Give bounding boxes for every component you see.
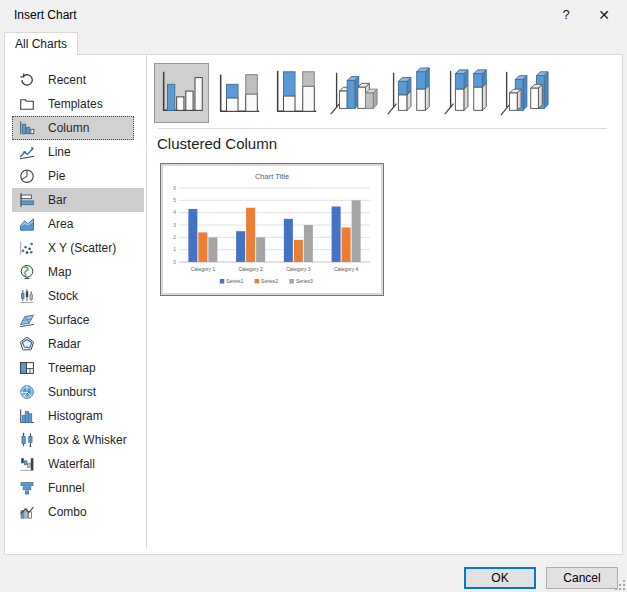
sidebar-item-pie[interactable]: Pie	[12, 164, 134, 188]
sidebar-item-line[interactable]: Line	[12, 140, 134, 164]
svg-text:Series1: Series1	[226, 278, 243, 284]
subtype-thumb-3d-stacked-column-icon[interactable]	[382, 63, 437, 123]
sidebar-item-box-whisker[interactable]: Box & Whisker	[12, 428, 134, 452]
sidebar-item-label: Radar	[48, 337, 81, 351]
subtype-thumb-100-stacked-column-icon[interactable]	[268, 63, 323, 123]
sidebar-item-column[interactable]: Column	[12, 116, 134, 140]
cancel-button[interactable]: Cancel	[546, 567, 618, 589]
sidebar-item-label: Histogram	[48, 409, 103, 423]
svg-text:Series2: Series2	[261, 278, 278, 284]
3d-column-icon	[497, 64, 550, 122]
sidebar-item-map[interactable]: Map	[12, 260, 134, 284]
combo-icon	[19, 504, 35, 520]
svg-text:Category 3: Category 3	[286, 266, 311, 272]
sidebar-item-label: Waterfall	[48, 457, 95, 471]
subtype-thumb-clustered-column-icon[interactable]	[154, 63, 209, 123]
sidebar-item-treemap[interactable]: Treemap	[12, 356, 134, 380]
3d-stacked-column-icon	[383, 64, 436, 122]
sidebar-item-label: Sunburst	[48, 385, 96, 399]
stacked-column-icon	[212, 64, 265, 122]
area-icon	[19, 216, 35, 232]
sidebar-item-label: Surface	[48, 313, 89, 327]
sidebar-item-recent[interactable]: Recent	[12, 68, 134, 92]
svg-text:Series3: Series3	[296, 278, 313, 284]
sidebar-item-label: Map	[48, 265, 71, 279]
tab-all-charts[interactable]: All Charts	[4, 32, 78, 55]
templates-icon	[19, 96, 35, 112]
svg-text:5: 5	[173, 197, 176, 203]
sidebar-item-label: Stock	[48, 289, 78, 303]
radar-icon	[19, 336, 35, 352]
sidebar-item-label: Bar	[48, 193, 67, 207]
treemap-icon	[19, 360, 35, 376]
sidebar-item-stock[interactable]: Stock	[12, 284, 134, 308]
chart-subtype-area: Clustered Column Chart Title0123456Categ…	[148, 55, 622, 554]
column-icon	[19, 120, 35, 136]
line-icon	[19, 144, 35, 160]
chart-preview[interactable]: Chart Title0123456Category 1Category 2Ca…	[160, 163, 384, 296]
sidebar-item-area[interactable]: Area	[12, 212, 134, 236]
sidebar-item-histogram[interactable]: Histogram	[12, 404, 134, 428]
window-title: Insert Chart	[14, 0, 77, 30]
pie-icon	[19, 168, 35, 184]
bar-icon	[19, 192, 35, 208]
svg-text:0: 0	[173, 259, 176, 265]
histogram-icon	[19, 408, 35, 424]
resize-grip-icon[interactable]	[614, 579, 626, 591]
sidebar-item-label: Column	[48, 121, 89, 135]
sidebar-item-label: Funnel	[48, 481, 85, 495]
sidebar-item-waterfall[interactable]: Waterfall	[12, 452, 134, 476]
subtype-thumb-3d-100-stacked-column-icon[interactable]	[439, 63, 494, 123]
sidebar-item-x-y-scatter[interactable]: X Y (Scatter)	[12, 236, 134, 260]
subtype-thumb-3d-clustered-column-icon[interactable]	[325, 63, 380, 123]
svg-text:4: 4	[173, 209, 176, 215]
sidebar-item-label: Pie	[48, 169, 65, 183]
stock-icon	[19, 288, 35, 304]
sidebar-item-label: Combo	[48, 505, 87, 519]
chart-preview-canvas: Chart Title0123456Category 1Category 2Ca…	[163, 166, 381, 293]
sidebar-item-radar[interactable]: Radar	[12, 332, 134, 356]
100-stacked-column-icon	[269, 64, 322, 122]
divider	[158, 128, 607, 129]
help-icon[interactable]: ?	[551, 0, 581, 30]
surface-icon	[19, 312, 35, 328]
chart-type-list: RecentTemplatesColumnLinePieBarAreaX Y (…	[5, 55, 147, 548]
sidebar-item-label: Area	[48, 217, 73, 231]
waterfall-icon	[19, 456, 35, 472]
selected-subtype-heading: Clustered Column	[157, 135, 277, 152]
sidebar-item-funnel[interactable]: Funnel	[12, 476, 134, 500]
ok-button[interactable]: OK	[464, 567, 536, 589]
sidebar-item-bar[interactable]: Bar	[12, 188, 144, 212]
svg-text:Category 2: Category 2	[238, 266, 263, 272]
3d-clustered-column-icon	[326, 64, 379, 122]
funnel-icon	[19, 480, 35, 496]
map-icon	[19, 264, 35, 280]
sidebar-item-label: X Y (Scatter)	[48, 241, 116, 255]
svg-text:3: 3	[173, 222, 176, 228]
sunburst-icon	[19, 384, 35, 400]
svg-text:6: 6	[173, 185, 176, 191]
titlebar: Insert Chart ? ✕	[0, 0, 627, 30]
svg-text:Category 4: Category 4	[334, 266, 359, 272]
sidebar-item-label: Box & Whisker	[48, 433, 127, 447]
subtype-thumbnails	[154, 63, 553, 123]
svg-text:2: 2	[173, 234, 176, 240]
box-whisker-icon	[19, 432, 35, 448]
sidebar-item-label: Line	[48, 145, 71, 159]
sidebar-item-label: Templates	[48, 97, 103, 111]
chart-panel: RecentTemplatesColumnLinePieBarAreaX Y (…	[4, 54, 623, 555]
svg-text:1: 1	[173, 246, 176, 252]
sidebar-item-sunburst[interactable]: Sunburst	[12, 380, 134, 404]
sidebar-item-templates[interactable]: Templates	[12, 92, 134, 116]
scatter-icon	[19, 240, 35, 256]
subtype-thumb-stacked-column-icon[interactable]	[211, 63, 266, 123]
svg-text:Chart Title: Chart Title	[255, 172, 289, 181]
sidebar-item-combo[interactable]: Combo	[12, 500, 134, 524]
3d-100-stacked-column-icon	[440, 64, 493, 122]
svg-text:Category 1: Category 1	[191, 266, 216, 272]
sidebar-item-label: Recent	[48, 73, 86, 87]
subtype-thumb-3d-column-icon[interactable]	[496, 63, 551, 123]
sidebar-item-surface[interactable]: Surface	[12, 308, 134, 332]
close-icon[interactable]: ✕	[589, 0, 619, 30]
clustered-column-icon	[155, 64, 208, 122]
